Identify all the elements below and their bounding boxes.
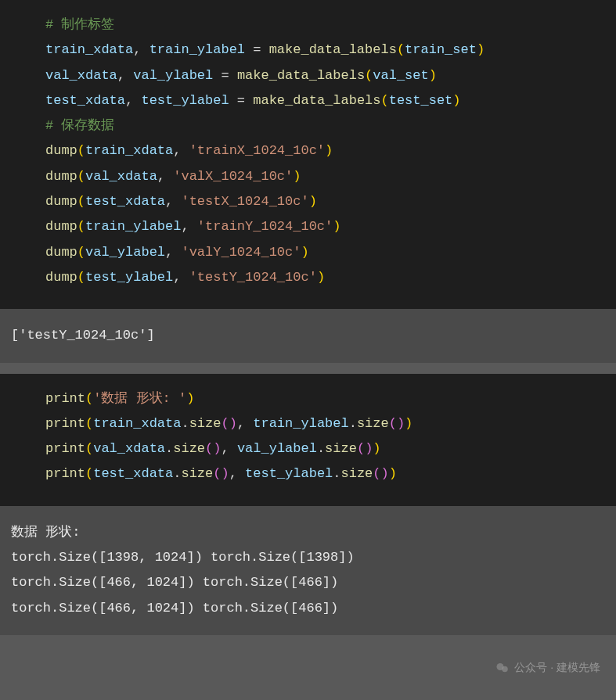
gap bbox=[0, 363, 616, 374]
arg: val_ylabel bbox=[85, 245, 165, 260]
arg: test_ylabel bbox=[85, 270, 173, 285]
arg: test_set bbox=[389, 93, 453, 108]
arg: val_xdata bbox=[93, 441, 165, 456]
arg: val_ylabel bbox=[237, 441, 317, 456]
method: size bbox=[181, 466, 213, 481]
var: test_xdata bbox=[45, 93, 125, 108]
var: val_xdata bbox=[45, 68, 117, 83]
method: size bbox=[189, 416, 222, 431]
code-block-2: print('数据 形状: ') print(train_xdata.size(… bbox=[0, 374, 616, 506]
func-call: print bbox=[45, 391, 85, 406]
string: 'valX_1024_10c' bbox=[173, 169, 293, 184]
var: test_ylabel bbox=[141, 93, 229, 108]
func-call: dump bbox=[45, 245, 77, 260]
string: 'valY_1024_10c' bbox=[181, 245, 301, 260]
arg: test_xdata bbox=[85, 194, 165, 209]
arg: train_ylabel bbox=[85, 219, 181, 234]
func-call: dump bbox=[45, 270, 77, 285]
arg: train_xdata bbox=[93, 416, 181, 431]
method: size bbox=[357, 416, 389, 431]
method: size bbox=[341, 466, 373, 481]
arg: train_ylabel bbox=[253, 416, 348, 431]
arg: train_xdata bbox=[85, 143, 173, 158]
func-call: make_data_labels bbox=[237, 68, 365, 83]
output-block-1: ['testY_1024_10c'] bbox=[0, 309, 616, 362]
var: train_ylabel bbox=[149, 42, 245, 57]
comment: # 制作标签 bbox=[45, 17, 114, 32]
output-block-2: 数据 形状: torch.Size([1398, 1024]) torch.Si… bbox=[0, 506, 616, 635]
comment: # 保存数据 bbox=[45, 118, 114, 133]
code-block-1: # 制作标签 train_xdata, train_ylabel = make_… bbox=[0, 0, 616, 309]
string: 'testY_1024_10c' bbox=[189, 270, 317, 285]
func-call: dump bbox=[45, 143, 77, 158]
arg: test_xdata bbox=[93, 466, 173, 481]
output-text: ['testY_1024_10c'] bbox=[11, 328, 155, 343]
func-call: print bbox=[45, 466, 85, 481]
arg: val_xdata bbox=[85, 169, 157, 184]
string: 'trainY_1024_10c' bbox=[197, 219, 333, 234]
output-line: torch.Size([466, 1024]) torch.Size([466]… bbox=[11, 601, 338, 616]
func-call: make_data_labels bbox=[253, 93, 380, 108]
method: size bbox=[325, 441, 357, 456]
string: 'testX_1024_10c' bbox=[181, 194, 308, 209]
output-line: torch.Size([466, 1024]) torch.Size([466]… bbox=[11, 575, 338, 590]
var: val_ylabel bbox=[133, 68, 213, 83]
string: 'trainX_1024_10c' bbox=[189, 143, 325, 158]
func-call: dump bbox=[45, 194, 77, 209]
string: '数据 形状: ' bbox=[93, 391, 186, 406]
arg: train_set bbox=[405, 42, 477, 57]
func-call: print bbox=[45, 416, 85, 431]
func-call: dump bbox=[45, 169, 77, 184]
func-call: dump bbox=[45, 219, 77, 234]
output-line: torch.Size([1398, 1024]) torch.Size([139… bbox=[11, 550, 355, 565]
method: size bbox=[173, 441, 205, 456]
var: train_xdata bbox=[45, 42, 133, 57]
output-line: 数据 形状: bbox=[11, 525, 80, 540]
func-call: make_data_labels bbox=[269, 42, 397, 57]
arg: val_set bbox=[373, 68, 428, 83]
func-call: print bbox=[45, 441, 85, 456]
arg: test_ylabel bbox=[245, 466, 333, 481]
